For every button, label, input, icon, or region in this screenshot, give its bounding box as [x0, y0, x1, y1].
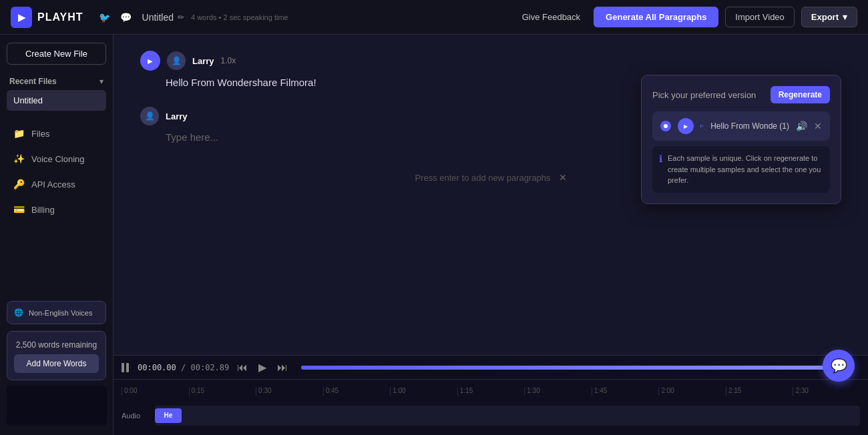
ruler-mark-4: 1:00: [390, 387, 457, 396]
version-close-icon[interactable]: ✕: [814, 121, 822, 131]
sidebar-nav: 📁 Files ✨ Voice Cloning 🔑 API Access 💳 B…: [0, 120, 113, 223]
logo-area: ▶ PLAYHT: [11, 7, 83, 28]
add-more-words-button[interactable]: Add More Words: [14, 354, 99, 373]
create-new-file-button[interactable]: Create New File: [7, 43, 106, 65]
feedback-button[interactable]: Give Feedback: [515, 8, 587, 26]
recent-files-header[interactable]: Recent Files ▾: [7, 73, 106, 90]
popover-title: Pick your preferred version: [652, 90, 756, 100]
version-label-1: Hello From Wonde (1): [710, 121, 789, 131]
timeline-play-button[interactable]: ▶: [256, 360, 269, 375]
sidebar-item-files[interactable]: 📁 Files: [4, 121, 109, 145]
main-layout: Create New File Recent Files ▾ Untitled …: [0, 35, 868, 435]
timeline-ruler: 0:00 0:15 0:30 0:45 1:00 1:15 1:30 1:45 …: [114, 380, 868, 396]
para-speed-1: 1.0x: [221, 56, 236, 65]
sidebar-bottom: 🌐 Non-English Voices 2,500 words remaini…: [0, 294, 113, 435]
non-english-voices-banner[interactable]: 🌐 Non-English Voices: [7, 301, 106, 324]
edit-icon[interactable]: ✏: [178, 13, 184, 22]
ruler-mark-5: 1:15: [457, 387, 525, 396]
export-chevron-icon: ▾: [843, 12, 847, 22]
timecode-current: 00:00.00: [138, 363, 176, 372]
ruler-mark-2: 0:30: [256, 387, 323, 396]
words-remaining-box: 2,500 words remaining Add More Words: [7, 331, 106, 380]
version-item-1[interactable]: ▶ Hello From Wonde (1) 🔊 ✕: [652, 111, 830, 141]
version-play-button-1[interactable]: ▶: [678, 118, 694, 134]
content-area: ▶ 👤 Larry 1.0x Hello From Wondershare Fi…: [114, 35, 868, 435]
timeline-next-button[interactable]: ⏭: [274, 360, 290, 375]
sidebar-item-voice-cloning-label: Voice Cloning: [31, 154, 85, 164]
sidebar-item-api-label: API Access: [31, 179, 75, 189]
non-english-icon: 🌐: [14, 308, 23, 317]
voice-cloning-icon: ✨: [13, 153, 25, 164]
top-bar-left: ▶ PLAYHT 🐦 💬 Untitled ✏ 4 words • 2 sec …: [11, 7, 288, 28]
info-icon: ℹ: [659, 153, 662, 164]
sidebar-item-files-label: Files: [31, 129, 49, 139]
timeline-progress-bar[interactable]: [301, 366, 855, 370]
non-english-label: Non-English Voices: [29, 309, 92, 317]
version-progress-bar-1: [700, 125, 704, 127]
version-radio-inner-1: [664, 124, 668, 128]
version-radio-1: [660, 121, 671, 131]
recent-files-label: Recent Files: [9, 77, 57, 86]
sidebar-item-billing[interactable]: 💳 Billing: [4, 197, 109, 222]
timeline-prev-button[interactable]: ⏮: [234, 360, 250, 375]
para-voice-name-2: Larry: [166, 111, 188, 121]
ruler-marks: 0:00 0:15 0:30 0:45 1:00 1:15 1:30 1:45 …: [122, 387, 860, 396]
top-bar: ▶ PLAYHT 🐦 💬 Untitled ✏ 4 words • 2 sec …: [0, 0, 868, 35]
track-content: He: [155, 406, 860, 426]
timecode: 00:00.00 / 00:02.89: [138, 363, 229, 372]
popover-header: Pick your preferred version Regenerate: [652, 86, 830, 103]
export-label: Export: [811, 12, 839, 22]
ruler-mark-1: 0:15: [189, 387, 256, 396]
words-remaining-count: 2,500 words remaining: [16, 340, 97, 350]
pause-icon: [122, 362, 132, 373]
version-speed-icon[interactable]: 🔊: [796, 121, 807, 131]
discord-icon[interactable]: 💬: [118, 9, 134, 25]
sidebar-item-billing-label: Billing: [31, 205, 55, 215]
export-button[interactable]: Export ▾: [801, 7, 857, 27]
file-meta: 4 words • 2 sec speaking time: [191, 13, 288, 21]
ruler-mark-3: 0:45: [323, 387, 391, 396]
para-voice-icon-2: 👤: [140, 107, 159, 125]
import-button[interactable]: Import Video: [725, 7, 794, 27]
ruler-mark-0: 0:00: [122, 387, 189, 396]
top-bar-right: Give Feedback Generate All Paragraphs Im…: [515, 7, 857, 27]
hint-label: Press enter to add new paragraphs: [415, 173, 550, 183]
version-popover: Pick your preferred version Regenerate ▶…: [641, 75, 841, 204]
version-progress-fill-1: [700, 125, 701, 127]
sidebar-item-api-access[interactable]: 🔑 API Access: [4, 172, 109, 196]
recent-files-chevron-icon: ▾: [99, 77, 103, 86]
api-icon: 🔑: [13, 179, 25, 189]
para-play-button-1[interactable]: ▶: [140, 51, 160, 71]
sidebar-item-voice-cloning[interactable]: ✨ Voice Cloning: [4, 147, 109, 171]
info-text: Each sample is unique. Click on regenera…: [668, 153, 823, 186]
timeline-progress-fill: [301, 366, 827, 370]
regenerate-button[interactable]: Regenerate: [771, 86, 830, 103]
chat-fab[interactable]: 💬: [823, 350, 855, 382]
file-title-area: Untitled ✏ 4 words • 2 sec speaking time: [142, 12, 288, 23]
sidebar-thumbnail: [7, 386, 107, 426]
para-voice-name-1: Larry: [192, 56, 214, 66]
popover-info: ℹ Each sample is unique. Click on regene…: [652, 146, 830, 193]
ruler-mark-9: 2:15: [726, 387, 793, 396]
logo-text: PLAYHT: [37, 11, 83, 23]
timeline-tracks: Audio He: [114, 396, 868, 435]
recent-file-item[interactable]: Untitled: [7, 90, 106, 111]
para-header-1: ▶ 👤 Larry 1.0x: [140, 51, 841, 71]
sidebar: Create New File Recent Files ▾ Untitled …: [0, 35, 114, 435]
generate-button[interactable]: Generate All Paragraphs: [594, 7, 718, 27]
social-icons: 🐦 💬: [97, 9, 134, 25]
ruler-mark-10: 2:30: [793, 387, 860, 396]
files-icon: 📁: [13, 128, 25, 139]
twitter-icon[interactable]: 🐦: [97, 9, 113, 25]
track-label: Audio: [122, 412, 155, 420]
logo-icon: ▶: [11, 7, 32, 28]
billing-icon: 💳: [13, 204, 25, 215]
hint-close-icon[interactable]: ✕: [559, 172, 567, 183]
editor-area: ▶ 👤 Larry 1.0x Hello From Wondershare Fi…: [114, 35, 868, 355]
file-title: Untitled: [142, 12, 174, 23]
recent-files-section: Recent Files ▾ Untitled: [0, 73, 113, 113]
ruler-mark-6: 1:30: [524, 387, 592, 396]
ruler-mark-8: 2:00: [658, 387, 726, 396]
track-clip[interactable]: He: [155, 408, 182, 423]
timecode-separator: /: [181, 363, 186, 372]
